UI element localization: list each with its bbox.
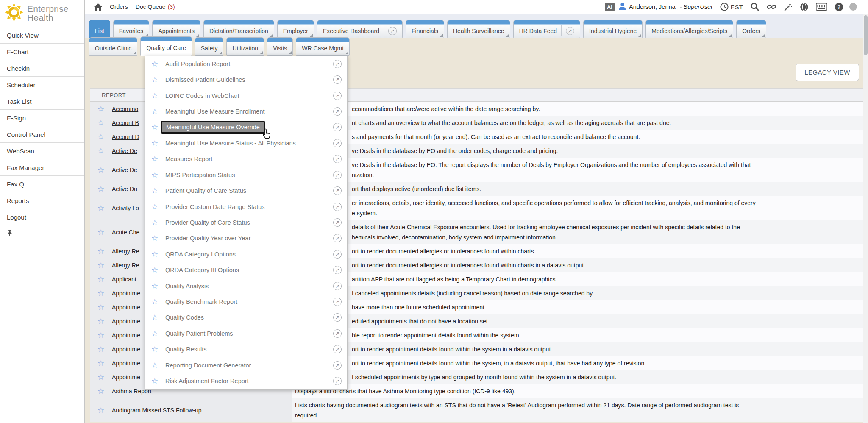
- magic-wand-icon[interactable]: [784, 3, 793, 11]
- tab-visits[interactable]: Visits: [267, 37, 293, 56]
- sidebar-item-webscan[interactable]: WebScan: [0, 143, 84, 159]
- sidebar-item-e-chart[interactable]: E-Chart: [0, 44, 84, 60]
- favorite-star-icon[interactable]: ☆: [97, 146, 107, 156]
- open-report-icon[interactable]: ↗: [333, 171, 342, 179]
- home-icon[interactable]: [94, 3, 102, 11]
- tab-appointments[interactable]: Appointments: [152, 20, 200, 38]
- dropdown-item-mips-participation-status[interactable]: ☆MIPS Participation Status↗: [145, 167, 347, 183]
- tab-orders[interactable]: Orders: [736, 20, 766, 38]
- favorite-star-icon[interactable]: ☆: [97, 303, 107, 312]
- help-icon[interactable]: ?: [835, 3, 843, 11]
- open-report-icon[interactable]: ↗: [333, 203, 342, 211]
- dropdown-item-quality-codes[interactable]: ☆Quality Codes↗: [145, 310, 347, 326]
- report-link[interactable]: Audiogram Missed STS Follow-up: [112, 407, 202, 414]
- favorite-star-icon[interactable]: ☆: [151, 313, 160, 322]
- tab-safety[interactable]: Safety: [195, 37, 224, 56]
- open-report-icon[interactable]: ↗: [333, 155, 342, 163]
- dropdown-item-meaningful-use-measure-override[interactable]: ☆Meaningful Use Measure Override↗: [145, 120, 347, 135]
- report-link[interactable]: Appointme: [112, 318, 140, 325]
- open-report-icon[interactable]: ↗: [333, 329, 342, 338]
- open-report-icon[interactable]: ↗: [333, 298, 342, 306]
- sidebar-item-fax-q[interactable]: Fax Q: [0, 176, 84, 192]
- dropdown-item-audit-population-report[interactable]: ☆Audit Population Report↗: [145, 56, 347, 72]
- external-link-icon[interactable]: ↗: [388, 27, 397, 35]
- tab-outside-clinic[interactable]: Outside Clinic: [89, 37, 137, 56]
- favorite-star-icon[interactable]: ☆: [97, 104, 107, 114]
- open-report-icon[interactable]: ↗: [333, 345, 342, 353]
- sidebar-item-checkin[interactable]: Checkin: [0, 60, 84, 77]
- report-link[interactable]: Applicant: [112, 276, 136, 283]
- favorite-star-icon[interactable]: ☆: [151, 250, 160, 259]
- dropdown-item-qrda-category-iii-options[interactable]: ☆QRDA Category III Options↗: [145, 262, 347, 278]
- favorite-star-icon[interactable]: ☆: [151, 170, 160, 180]
- favorite-star-icon[interactable]: ☆: [151, 361, 160, 370]
- favorite-star-icon[interactable]: ☆: [97, 165, 107, 175]
- open-report-icon[interactable]: ↗: [333, 218, 342, 227]
- open-report-icon[interactable]: ↗: [333, 377, 342, 385]
- tab-health-surveillance[interactable]: Health Surveillance: [447, 20, 510, 38]
- favorite-star-icon[interactable]: ☆: [151, 329, 160, 338]
- favorite-star-icon[interactable]: ☆: [151, 122, 160, 132]
- open-report-icon[interactable]: ↗: [333, 92, 342, 100]
- favorite-star-icon[interactable]: ☆: [97, 406, 107, 415]
- favorite-star-icon[interactable]: ☆: [151, 265, 160, 275]
- open-report-icon[interactable]: ↗: [333, 266, 342, 274]
- tab-dictation-transcription[interactable]: Dictation/Transcription: [203, 20, 274, 38]
- dropdown-item-meaningful-use-measure-enrollment[interactable]: ☆Meaningful Use Measure Enrollment↗: [145, 103, 347, 119]
- favorite-star-icon[interactable]: ☆: [151, 139, 160, 148]
- favorite-star-icon[interactable]: ☆: [151, 59, 160, 69]
- sidebar-item-fax-manager[interactable]: Fax Manager: [0, 159, 84, 176]
- dropdown-item-patient-quality-of-care-status[interactable]: ☆Patient Quality of Care Status↗: [145, 183, 347, 198]
- favorite-star-icon[interactable]: ☆: [97, 387, 107, 396]
- sidebar-item-task-list[interactable]: Task List: [0, 93, 84, 110]
- tab-employer[interactable]: Employer: [277, 20, 314, 38]
- dropdown-item-quality-results[interactable]: ☆Quality Results↗: [145, 342, 347, 357]
- favorite-star-icon[interactable]: ☆: [97, 275, 107, 284]
- favorite-star-icon[interactable]: ☆: [151, 91, 160, 100]
- pushpin-icon[interactable]: [7, 229, 13, 238]
- favorite-star-icon[interactable]: ☆: [151, 345, 160, 354]
- report-link[interactable]: Active De: [112, 147, 137, 154]
- tab-wr-case-mgmt[interactable]: WR Case Mgmt: [296, 37, 350, 56]
- favorite-star-icon[interactable]: ☆: [97, 203, 107, 213]
- open-report-icon[interactable]: ↗: [333, 139, 342, 147]
- dropdown-item-measures-report[interactable]: ☆Measures Report↗: [145, 151, 347, 167]
- sidebar-item-logout[interactable]: Logout: [0, 209, 84, 225]
- favorite-star-icon[interactable]: ☆: [97, 261, 107, 270]
- favorite-star-icon[interactable]: ☆: [151, 154, 160, 164]
- favorite-star-icon[interactable]: ☆: [97, 132, 107, 142]
- favorite-star-icon[interactable]: ☆: [151, 281, 160, 291]
- sidebar-item-e-sign[interactable]: E-Sign: [0, 110, 84, 126]
- tab-quality-of-care[interactable]: Quality of Care: [140, 36, 192, 56]
- search-icon[interactable]: [750, 2, 760, 11]
- report-link[interactable]: Accommo: [112, 106, 138, 112]
- open-report-icon[interactable]: ↗: [333, 107, 342, 116]
- ai-badge[interactable]: AI: [605, 3, 615, 11]
- favorite-star-icon[interactable]: ☆: [97, 345, 107, 354]
- dropdown-item-provider-custom-date-range-status[interactable]: ☆Provider Custom Date Range Status↗: [145, 199, 347, 214]
- sidebar-pin-row[interactable]: [0, 225, 84, 242]
- clock-icon[interactable]: [720, 3, 729, 11]
- favorite-star-icon[interactable]: ☆: [97, 317, 107, 326]
- tab-hr-data-feed[interactable]: HR Data Feed↗: [513, 20, 580, 38]
- dropdown-item-risk-adjustment-factor-report[interactable]: ☆Risk Adjustment Factor Report↗: [145, 373, 347, 389]
- dropdown-item-dismissed-patient-guidelines[interactable]: ☆Dismissed Patient Guidelines↗: [145, 72, 347, 87]
- favorite-star-icon[interactable]: ☆: [97, 331, 107, 340]
- favorite-star-icon[interactable]: ☆: [97, 184, 107, 194]
- report-link[interactable]: Appointme: [112, 374, 140, 381]
- sidebar-item-quick-view[interactable]: Quick View: [0, 27, 84, 44]
- report-link[interactable]: Acute Che: [112, 229, 139, 236]
- sidebar-item-scheduler[interactable]: Scheduler: [0, 77, 84, 93]
- report-link[interactable]: Activity Lo: [112, 205, 139, 212]
- report-link[interactable]: Account B: [112, 120, 139, 126]
- report-link[interactable]: Appointme: [112, 346, 140, 353]
- favorite-star-icon[interactable]: ☆: [97, 247, 107, 256]
- topbar-nav-doc-queue[interactable]: Doc Queue(3): [136, 3, 175, 10]
- globe-icon[interactable]: [800, 3, 809, 11]
- report-link[interactable]: Active De: [112, 167, 137, 173]
- favorite-star-icon[interactable]: ☆: [151, 75, 160, 84]
- favorite-star-icon[interactable]: ☆: [151, 202, 160, 212]
- external-link-icon[interactable]: ↗: [566, 27, 574, 35]
- report-link[interactable]: Active Du: [112, 186, 137, 192]
- dropdown-item-qrda-category-i-options[interactable]: ☆QRDA Category I Options↗: [145, 246, 347, 262]
